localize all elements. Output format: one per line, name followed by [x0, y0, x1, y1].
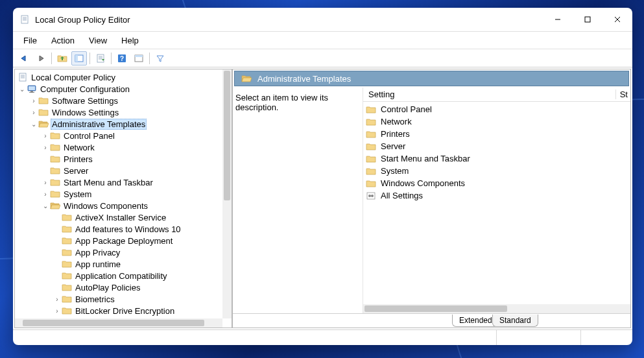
tree-pane: Local Computer Policy ⌄ Computer Configu…: [14, 69, 232, 328]
expander-icon[interactable]: ›: [53, 307, 62, 315]
filter-button[interactable]: [152, 51, 168, 66]
folder-icon: [50, 131, 60, 140]
detail-tabs: Extended Standard: [233, 313, 630, 328]
menu-help[interactable]: Help: [115, 34, 145, 47]
folder-icon: [38, 96, 49, 105]
tree-server[interactable]: Server: [62, 166, 89, 176]
computer-icon: [27, 84, 37, 93]
tree-bitlocker[interactable]: BitLocker Drive Encryption: [74, 306, 176, 316]
expander-icon[interactable]: ›: [41, 144, 50, 151]
tree-app-compat[interactable]: Application Compatibility: [74, 271, 169, 281]
tree-root[interactable]: Local Computer Policy: [30, 73, 117, 82]
folder-icon: [62, 283, 72, 292]
tree-win-components[interactable]: Windows Components: [62, 201, 149, 211]
folder-icon: [62, 224, 72, 233]
folder-icon: [62, 259, 72, 268]
tree-control-panel[interactable]: Control Panel: [62, 131, 116, 141]
svg-rect-12: [585, 17, 590, 22]
expander-icon[interactable]: ›: [41, 132, 50, 139]
menu-action[interactable]: Action: [45, 34, 81, 47]
folder-icon: [366, 167, 376, 176]
list-hscrollbar[interactable]: [363, 304, 630, 313]
expander-icon[interactable]: ›: [29, 97, 38, 104]
tree-app-runtime[interactable]: App runtime: [74, 259, 122, 269]
back-button[interactable]: [16, 51, 32, 66]
tree-app-privacy[interactable]: App Privacy: [74, 248, 121, 257]
menubar: File Action View Help: [13, 32, 632, 49]
folder-icon: [38, 108, 49, 117]
list-item-win-components[interactable]: Windows Components: [363, 177, 630, 189]
list-item-all-settings[interactable]: All Settings: [363, 189, 630, 202]
tree-computer-config[interactable]: Computer Configuration: [39, 84, 131, 94]
statusbar: [13, 329, 632, 345]
folder-icon: [62, 236, 72, 245]
folder-icon: [50, 189, 60, 198]
detail-pane: Administrative Templates Select an item …: [232, 69, 631, 328]
col-setting[interactable]: Setting: [368, 90, 394, 99]
titlebar: Local Group Policy Editor: [13, 8, 632, 31]
expander-icon[interactable]: ⌄: [29, 121, 38, 128]
folder-icon: [366, 142, 376, 151]
window-title: Local Group Policy Editor: [35, 15, 543, 25]
folder-icon: [62, 213, 72, 222]
tree-start-menu[interactable]: Start Menu and Taskbar: [62, 178, 154, 187]
svg-rect-20: [135, 55, 143, 57]
folder-icon: [62, 306, 72, 315]
expander-icon[interactable]: ›: [29, 109, 38, 116]
forward-button[interactable]: [33, 51, 49, 66]
gpedit-window: Local Group Policy Editor File Action Vi…: [13, 8, 632, 345]
folder-icon: [62, 248, 72, 257]
expander-icon[interactable]: ›: [53, 296, 62, 303]
list-header[interactable]: Setting St: [363, 88, 630, 102]
menu-file[interactable]: File: [17, 34, 43, 47]
export-button[interactable]: [93, 51, 108, 66]
tree-app-pkg[interactable]: App Package Deployment: [74, 236, 174, 246]
close-button[interactable]: [602, 8, 632, 31]
tab-standard[interactable]: Standard: [492, 315, 538, 327]
folder-icon: [62, 294, 72, 304]
expander-icon[interactable]: ›: [41, 179, 50, 186]
tree-autoplay[interactable]: AutoPlay Policies: [74, 283, 141, 292]
folder-icon: [62, 271, 72, 280]
settings-icon: [366, 191, 376, 200]
tree-hscrollbar[interactable]: [15, 318, 222, 328]
app-icon: [19, 14, 30, 25]
tree-vscrollbar[interactable]: [222, 69, 232, 318]
list-item-printers[interactable]: Printers: [363, 128, 630, 140]
tree-software-settings[interactable]: Software Settings: [51, 96, 119, 106]
tree-network[interactable]: Network: [62, 143, 96, 152]
list-item-system[interactable]: System: [363, 165, 630, 177]
tree-biometrics[interactable]: Biometrics: [74, 294, 116, 304]
list-item-start-menu[interactable]: Start Menu and Taskbar: [363, 152, 630, 165]
description-text: Select an item to view its description.: [233, 88, 363, 313]
expander-icon[interactable]: ⌄: [41, 202, 50, 209]
svg-rect-16: [75, 55, 78, 62]
tree-printers[interactable]: Printers: [62, 154, 94, 164]
folder-icon: [50, 178, 60, 187]
folder-icon: [50, 154, 60, 163]
list-item-network[interactable]: Network: [363, 115, 630, 128]
help-button[interactable]: ?: [114, 51, 130, 66]
minimize-button[interactable]: [543, 8, 573, 31]
detail-title: Administrative Templates: [257, 74, 351, 84]
expander-icon[interactable]: ›: [41, 191, 50, 198]
tree-system[interactable]: System: [62, 189, 93, 199]
properties-button[interactable]: [131, 51, 147, 66]
tree-admin-templates[interactable]: Administrative Templates: [51, 119, 147, 130]
tree-activex[interactable]: ActiveX Installer Service: [74, 213, 167, 222]
tree-windows-settings[interactable]: Windows Settings: [51, 108, 120, 117]
col-state[interactable]: St: [615, 90, 628, 99]
folder-icon: [50, 143, 60, 152]
up-folder-button[interactable]: [54, 51, 70, 66]
tree-add-features[interactable]: Add features to Windows 10: [74, 224, 182, 234]
show-tree-button[interactable]: [71, 51, 87, 66]
folder-icon: [366, 154, 376, 163]
folder-icon: [50, 166, 60, 175]
folder-icon: [366, 179, 376, 188]
expander-icon[interactable]: ⌄: [18, 86, 27, 93]
doc-icon: [18, 73, 28, 82]
menu-view[interactable]: View: [82, 34, 113, 47]
maximize-button[interactable]: [573, 8, 602, 31]
list-item-control-panel[interactable]: Control Panel: [363, 103, 630, 115]
list-item-server[interactable]: Server: [363, 140, 630, 152]
